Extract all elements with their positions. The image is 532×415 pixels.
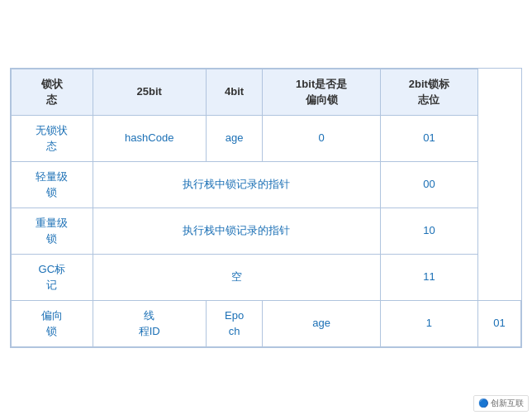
row-bias-lock: 偏向锁 线程ID Epoch age 1 01 <box>12 300 521 346</box>
no-lock-label: 无锁状态 <box>12 115 93 161</box>
heavy-lock-2bit: 10 <box>380 208 477 254</box>
heavy-lock-span: 执行栈中锁记录的指针 <box>93 208 380 254</box>
no-lock-25bit: hashCode <box>93 115 206 161</box>
header-lock-state: 锁状态 <box>12 69 93 115</box>
bias-age: age <box>263 300 381 346</box>
no-lock-2bit: 01 <box>380 115 477 161</box>
gc-span: 空 <box>93 254 380 300</box>
no-lock-1bit: 0 <box>263 115 381 161</box>
light-lock-label: 轻量级锁 <box>12 161 93 208</box>
bias-4bit: Epoch <box>206 300 263 346</box>
row-light-lock: 轻量级锁 执行栈中锁记录的指针 00 <box>12 161 521 208</box>
watermark: 🔵 创新互联 <box>473 395 529 412</box>
bias-25bit: 线程ID <box>93 300 206 346</box>
light-lock-span: 执行栈中锁记录的指针 <box>93 161 380 208</box>
no-lock-4bit: age <box>206 115 263 161</box>
row-heavy-lock: 重量级锁 执行栈中锁记录的指针 10 <box>12 208 521 254</box>
heavy-lock-label: 重量级锁 <box>12 208 93 254</box>
gc-2bit: 11 <box>380 254 477 300</box>
light-lock-2bit: 00 <box>380 161 477 208</box>
bias-1bit: 1 <box>380 300 477 346</box>
lock-table: 锁状态 25bit 4bit 1bit是否是偏向锁 2bit锁标志位 无锁状态 … <box>11 69 521 347</box>
main-table-wrapper: 锁状态 25bit 4bit 1bit是否是偏向锁 2bit锁标志位 无锁状态 … <box>10 68 522 348</box>
header-1bit: 1bit是否是偏向锁 <box>263 69 381 115</box>
header-2bit: 2bit锁标志位 <box>380 69 477 115</box>
watermark-text: 🔵 创新互联 <box>478 398 524 408</box>
bias-label: 偏向锁 <box>12 300 93 346</box>
row-no-lock: 无锁状态 hashCode age 0 01 <box>12 115 521 161</box>
gc-label: GC标记 <box>12 254 93 300</box>
header-4bit: 4bit <box>206 69 263 115</box>
row-gc: GC标记 空 11 <box>12 254 521 300</box>
header-25bit: 25bit <box>93 69 206 115</box>
header-row: 锁状态 25bit 4bit 1bit是否是偏向锁 2bit锁标志位 <box>12 69 521 115</box>
bias-2bit: 01 <box>477 300 520 346</box>
